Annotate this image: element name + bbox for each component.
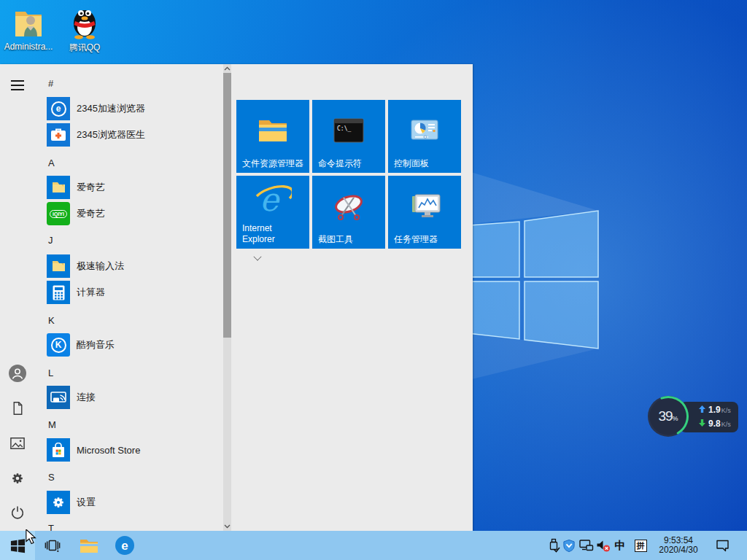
iqiyi-icon: iQIYI [47,202,70,225]
start-button[interactable] [0,531,35,560]
account-button[interactable] [0,356,35,391]
app-group-jisu-ime[interactable]: 极速输入法 [47,254,124,278]
taskbar-clock[interactable]: 9:53:54 2020/4/30 [654,531,703,560]
taskbar: e [0,531,747,560]
chevron-down-icon [253,252,261,260]
internet-explorer-icon: e [236,179,309,219]
windows-logo-icon [10,538,26,553]
section-header[interactable]: L [48,368,53,379]
usb-tray-icon[interactable] [546,531,560,560]
app-list-scrollbar[interactable] [223,64,231,531]
expand-menu-button[interactable] [11,80,24,90]
qq-penguin-icon [57,6,112,39]
net-percent-value: 39 [658,408,672,424]
tile-control-panel[interactable]: 控制面板 [388,100,461,173]
taskbar-file-explorer-button[interactable] [71,531,107,560]
user-folder-icon [1,6,56,39]
download-speed: 9.8 [708,417,721,431]
section-header[interactable]: M [48,419,56,431]
network-tray-icon[interactable] [578,531,594,560]
app-item-2345-doctor[interactable]: 2345浏览器医生 [47,123,145,147]
snipping-tool-icon [312,186,385,227]
download-arrow-icon [699,419,705,427]
gear-icon [9,470,26,486]
app-group-iqiyi[interactable]: 爱奇艺 [47,176,105,199]
microsoft-store-icon [47,438,70,462]
connect-cast-icon [47,386,70,409]
tile-snipping-tool[interactable]: 截图工具 [312,176,385,249]
pictures-button[interactable] [0,426,35,461]
svg-text:C:\_: C:\_ [337,125,351,132]
app-item-calculator[interactable]: 计算器 [47,281,105,304]
desktop-icon-administrator[interactable]: Administra... [1,6,56,52]
app-item-settings[interactable]: 设置 [47,491,96,514]
ime-mode-indicator[interactable]: 拼 [633,531,648,560]
section-header[interactable]: K [48,315,55,327]
app-item-iqiyi[interactable]: iQIYI 爱奇艺 [47,202,105,225]
taskbar-browser-button[interactable]: e [107,531,142,560]
power-icon [9,505,26,521]
kugou-music-icon: K [47,333,70,357]
clock-date: 2020/4/30 [659,545,697,555]
task-view-icon [44,538,61,553]
section-header[interactable]: A [48,158,55,169]
app-item-2345-browser[interactable]: e 2345加速浏览器 [47,97,145,120]
scrollbar-thumb[interactable] [223,73,231,338]
app-item-connect[interactable]: 连接 [47,386,96,409]
desktop-icon-label: Administra... [1,42,56,52]
desktop-icon-label: 腾讯QQ [57,42,112,54]
action-center-icon [716,539,729,552]
task-view-button[interactable] [35,531,70,560]
folder-icon [80,538,98,553]
control-panel-icon [388,110,461,151]
document-icon [10,400,26,416]
section-header[interactable]: # [48,78,53,90]
settings-gear-icon [47,491,70,514]
screen: Administra... 腾讯QQ 1.9K/s [0,0,747,560]
ime-language-indicator[interactable]: 中 [613,531,627,560]
2345-browser-icon: e [47,97,70,120]
tile-command-prompt[interactable]: C:\_ 命令提示符 [312,100,385,173]
volume-muted-tray-icon[interactable] [595,531,611,560]
folder-group-icon [47,176,70,199]
tile-file-explorer[interactable]: 文件资源管理器 [236,100,309,173]
net-speed-widget[interactable]: 1.9K/s 9.8K/s 39% [646,394,740,440]
power-button[interactable] [0,496,35,531]
app-item-microsoft-store[interactable]: Microsoft Store [47,438,140,462]
tile-task-manager[interactable]: 任务管理器 [388,176,461,249]
upload-arrow-icon [699,405,705,413]
scroll-up-button[interactable] [223,64,231,73]
user-avatar-icon [9,365,26,382]
action-center-button[interactable] [713,531,731,560]
section-header[interactable]: S [48,472,55,483]
edge-e-icon: e [115,536,134,555]
2345-doctor-icon [47,123,70,147]
start-menu: # e 2345加速浏览器 2345浏览器医生 A [0,64,473,531]
scroll-down-button[interactable] [223,522,231,531]
security-shield-tray-icon[interactable] [562,531,576,560]
tile-internet-explorer[interactable]: e Internet Explorer [236,176,309,249]
app-item-kugou[interactable]: K 酷狗音乐 [47,333,115,357]
upload-speed: 1.9 [708,403,721,417]
documents-button[interactable] [0,391,35,426]
desktop-icon-qq[interactable]: 腾讯QQ [57,6,112,54]
command-prompt-icon: C:\_ [312,110,385,151]
pictures-icon [9,436,26,451]
section-header[interactable]: J [48,235,53,246]
settings-button[interactable] [0,461,35,496]
calculator-icon [47,281,70,304]
task-manager-icon [388,186,461,227]
net-percent-ball[interactable]: 39% [646,394,690,438]
file-explorer-icon [236,110,309,151]
folder-group-icon [47,254,70,278]
